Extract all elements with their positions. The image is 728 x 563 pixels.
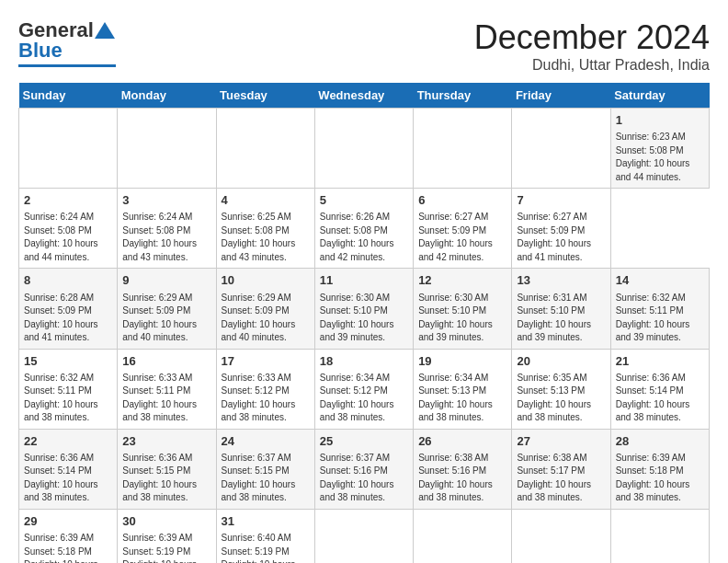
calendar-header-row: Sunday Monday Tuesday Wednesday Thursday… [19, 83, 710, 109]
table-row [118, 109, 216, 189]
cell-info: Sunrise: 6:32 AM Sunset: 5:11 PM Dayligh… [616, 292, 704, 345]
daylight-text: Daylight: 10 hours and 39 minutes. [517, 319, 591, 343]
sunset-text: Sunset: 5:11 PM [616, 305, 684, 316]
cell-info: Sunrise: 6:26 AM Sunset: 5:08 PM Dayligh… [320, 211, 408, 264]
daylight-text: Daylight: 10 hours and 38 minutes. [320, 399, 394, 423]
sunrise-text: Sunrise: 6:38 AM [517, 453, 586, 463]
cell-info: Sunrise: 6:39 AM Sunset: 5:18 PM Dayligh… [616, 452, 704, 505]
table-row: 27 Sunrise: 6:38 AM Sunset: 5:17 PM Dayl… [512, 429, 610, 509]
calendar-week-row: 29 Sunrise: 6:39 AM Sunset: 5:18 PM Dayl… [19, 509, 710, 563]
cell-info: Sunrise: 6:38 AM Sunset: 5:17 PM Dayligh… [517, 452, 605, 505]
sunrise-text: Sunrise: 6:33 AM [222, 373, 291, 383]
cell-info: Sunrise: 6:40 AM Sunset: 5:19 PM Dayligh… [222, 532, 310, 563]
sunset-text: Sunset: 5:18 PM [616, 465, 684, 476]
sunrise-text: Sunrise: 6:39 AM [122, 533, 192, 543]
table-row: 12 Sunrise: 6:30 AM Sunset: 5:10 PM Dayl… [414, 269, 512, 349]
daylight-text: Daylight: 10 hours and 38 minutes. [222, 399, 296, 423]
daylight-text: Daylight: 10 hours and 38 minutes. [616, 479, 690, 503]
table-row [414, 509, 512, 563]
sunrise-text: Sunrise: 6:36 AM [616, 373, 686, 383]
daylight-text: Daylight: 10 hours and 39 minutes. [222, 559, 296, 563]
header-thursday: Thursday [414, 83, 512, 109]
table-row [216, 109, 314, 189]
table-row: 5 Sunrise: 6:26 AM Sunset: 5:08 PM Dayli… [314, 189, 413, 269]
sunset-text: Sunset: 5:08 PM [122, 225, 190, 236]
daylight-text: Daylight: 10 hours and 38 minutes. [517, 399, 591, 423]
table-row: 17 Sunrise: 6:33 AM Sunset: 5:12 PM Dayl… [216, 349, 314, 429]
cell-info: Sunrise: 6:38 AM Sunset: 5:16 PM Dayligh… [418, 452, 506, 505]
sunrise-text: Sunrise: 6:36 AM [24, 453, 94, 463]
daylight-text: Daylight: 10 hours and 40 minutes. [122, 319, 197, 343]
cell-info: Sunrise: 6:36 AM Sunset: 5:14 PM Dayligh… [616, 372, 704, 425]
day-number: 17 [222, 353, 310, 370]
sunset-text: Sunset: 5:09 PM [222, 305, 290, 316]
day-number: 31 [222, 513, 310, 530]
table-row: 19 Sunrise: 6:34 AM Sunset: 5:13 PM Dayl… [414, 349, 512, 429]
sunset-text: Sunset: 5:19 PM [122, 546, 190, 557]
day-number: 30 [122, 513, 210, 530]
title-area: December 2024 Dudhi, Uttar Pradesh, Indi… [474, 18, 710, 74]
table-row: 2 Sunrise: 6:24 AM Sunset: 5:08 PM Dayli… [19, 189, 118, 269]
day-number: 7 [517, 192, 605, 209]
table-row [512, 109, 610, 189]
sunrise-text: Sunrise: 6:29 AM [222, 293, 291, 303]
sunset-text: Sunset: 5:09 PM [418, 225, 486, 236]
table-row [610, 509, 709, 563]
sunset-text: Sunset: 5:13 PM [517, 385, 585, 396]
day-number: 10 [222, 272, 310, 289]
day-number: 2 [24, 192, 112, 209]
day-number: 9 [122, 272, 210, 289]
sunrise-text: Sunrise: 6:28 AM [24, 293, 94, 303]
table-row: 15 Sunrise: 6:32 AM Sunset: 5:11 PM Dayl… [19, 349, 118, 429]
header-friday: Friday [512, 83, 610, 109]
daylight-text: Daylight: 10 hours and 39 minutes. [418, 319, 493, 343]
table-row: 23 Sunrise: 6:36 AM Sunset: 5:15 PM Dayl… [118, 429, 216, 509]
daylight-text: Daylight: 10 hours and 38 minutes. [418, 479, 493, 503]
day-number: 20 [517, 353, 605, 370]
day-number: 1 [616, 112, 704, 129]
day-number: 13 [517, 272, 605, 289]
day-number: 11 [320, 272, 408, 289]
table-row: 16 Sunrise: 6:33 AM Sunset: 5:11 PM Dayl… [118, 349, 216, 429]
location-title: Dudhi, Uttar Pradesh, India [474, 57, 710, 74]
daylight-text: Daylight: 10 hours and 38 minutes. [517, 479, 591, 503]
daylight-text: Daylight: 10 hours and 38 minutes. [24, 399, 98, 423]
cell-info: Sunrise: 6:39 AM Sunset: 5:18 PM Dayligh… [24, 532, 112, 563]
sunset-text: Sunset: 5:16 PM [418, 465, 486, 476]
sunrise-text: Sunrise: 6:38 AM [418, 453, 488, 463]
table-row: 3 Sunrise: 6:24 AM Sunset: 5:08 PM Dayli… [118, 189, 216, 269]
day-number: 28 [616, 433, 704, 450]
sunrise-text: Sunrise: 6:35 AM [517, 373, 586, 383]
day-number: 29 [24, 513, 112, 530]
table-row: 6 Sunrise: 6:27 AM Sunset: 5:09 PM Dayli… [414, 189, 512, 269]
sunset-text: Sunset: 5:19 PM [222, 546, 290, 557]
sunrise-text: Sunrise: 6:29 AM [122, 293, 192, 303]
day-number: 4 [222, 192, 310, 209]
cell-info: Sunrise: 6:36 AM Sunset: 5:14 PM Dayligh… [24, 452, 112, 505]
table-row: 10 Sunrise: 6:29 AM Sunset: 5:09 PM Dayl… [216, 269, 314, 349]
daylight-text: Daylight: 10 hours and 39 minutes. [320, 319, 394, 343]
table-row: 14 Sunrise: 6:32 AM Sunset: 5:11 PM Dayl… [610, 269, 709, 349]
sunrise-text: Sunrise: 6:23 AM [616, 132, 686, 142]
cell-info: Sunrise: 6:33 AM Sunset: 5:12 PM Dayligh… [222, 372, 310, 425]
cell-info: Sunrise: 6:24 AM Sunset: 5:08 PM Dayligh… [24, 211, 112, 264]
sunrise-text: Sunrise: 6:34 AM [418, 373, 488, 383]
day-number: 22 [24, 433, 112, 450]
cell-info: Sunrise: 6:34 AM Sunset: 5:13 PM Dayligh… [418, 372, 506, 425]
table-row: 25 Sunrise: 6:37 AM Sunset: 5:16 PM Dayl… [314, 429, 413, 509]
day-number: 3 [122, 192, 210, 209]
header-monday: Monday [118, 83, 216, 109]
sunset-text: Sunset: 5:12 PM [222, 385, 290, 396]
sunset-text: Sunset: 5:10 PM [320, 305, 388, 316]
table-row: 9 Sunrise: 6:29 AM Sunset: 5:09 PM Dayli… [118, 269, 216, 349]
sunrise-text: Sunrise: 6:30 AM [320, 293, 390, 303]
cell-info: Sunrise: 6:27 AM Sunset: 5:09 PM Dayligh… [517, 211, 605, 264]
table-row: 7 Sunrise: 6:27 AM Sunset: 5:09 PM Dayli… [512, 189, 610, 269]
table-row: 30 Sunrise: 6:39 AM Sunset: 5:19 PM Dayl… [118, 509, 216, 563]
sunset-text: Sunset: 5:15 PM [122, 465, 190, 476]
calendar-week-row: 1 Sunrise: 6:23 AM Sunset: 5:08 PM Dayli… [19, 109, 710, 189]
table-row [414, 109, 512, 189]
cell-info: Sunrise: 6:23 AM Sunset: 5:08 PM Dayligh… [616, 131, 704, 184]
sunset-text: Sunset: 5:14 PM [616, 385, 684, 396]
logo-blue: Blue [18, 39, 63, 63]
